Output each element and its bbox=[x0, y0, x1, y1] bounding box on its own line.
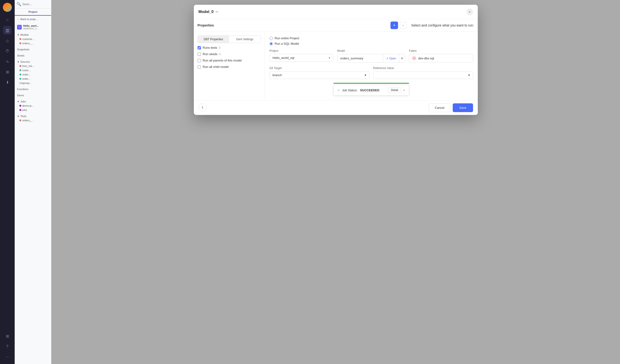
job-status-close-button[interactable]: × bbox=[403, 88, 405, 92]
radio-run-sql-model: Run a SQL Model bbox=[270, 42, 473, 46]
modal-top-row: Properties + ‹ Select and configure what… bbox=[194, 19, 478, 32]
radio-run-entire-project: Run entire Project bbox=[270, 36, 473, 40]
main-content: Model_0 ✏ × Properties + ‹ Select and co… bbox=[51, 0, 620, 364]
reference-value-dropdown[interactable]: ▾ bbox=[373, 71, 473, 79]
radio-sql-model-input[interactable] bbox=[270, 42, 273, 46]
modal-dialog: Model_0 ✏ × Properties + ‹ Select and co… bbox=[194, 5, 478, 115]
svg-marker-1 bbox=[413, 57, 415, 59]
modal-overlay: Model_0 ✏ × Properties + ‹ Select and co… bbox=[51, 0, 620, 364]
run-seeds-info-icon[interactable]: ℹ bbox=[219, 52, 220, 56]
sources-header[interactable]: ▼ Sources bbox=[15, 60, 51, 64]
save-button[interactable]: Save bbox=[453, 103, 473, 112]
source-dot-1 bbox=[19, 65, 21, 67]
tree-jobs: ▼ Jobs demo-jo... job1 bbox=[15, 98, 51, 113]
tree-models: ▼ Models custome... orders_... bbox=[15, 32, 51, 46]
tests-header[interactable]: ▼ Tests bbox=[15, 114, 51, 118]
model-field-group: Model ↗ Open ▾ bbox=[337, 49, 405, 63]
job-status-container: ✓ Job Status: SUCCEEDED Detail × bbox=[270, 83, 473, 96]
add-button[interactable]: + bbox=[390, 22, 398, 29]
project-dropdown[interactable]: Hello_world_sql ▾ bbox=[270, 54, 333, 62]
git-target-value: branch bbox=[273, 73, 282, 77]
seeds-header[interactable]: Seeds bbox=[15, 53, 51, 58]
git-target-field-group: Git Target branch ▾ bbox=[270, 66, 369, 79]
back-to-project-link[interactable]: ← Back to proje... bbox=[15, 16, 51, 22]
sidebar-icon-layers[interactable]: ◫ bbox=[3, 26, 12, 34]
git-target-label: Git Target bbox=[270, 66, 369, 70]
source-dot-4 bbox=[19, 78, 21, 80]
reference-value-label: Reference Value bbox=[373, 66, 473, 70]
runs-tests-checkbox[interactable] bbox=[198, 46, 201, 49]
search-input[interactable] bbox=[22, 3, 49, 6]
job-demo[interactable]: demo-jo... bbox=[15, 104, 51, 108]
modal-body: DBT Properties Gem Settings Runs tests ℹ… bbox=[194, 32, 478, 100]
job-status-value: SUCCEEDED bbox=[360, 89, 379, 92]
tab-gem-settings[interactable]: Gem Settings bbox=[229, 36, 261, 43]
checkbox-run-all-child: Run all child model bbox=[198, 65, 261, 69]
sidebar-icon-diamond[interactable]: ◇ bbox=[3, 36, 12, 45]
modal-close-button[interactable]: × bbox=[466, 9, 473, 15]
sidebar-icon-home[interactable]: ⌂ bbox=[3, 15, 12, 24]
run-all-parents-checkbox[interactable] bbox=[198, 59, 201, 62]
runs-tests-label: Runs tests bbox=[203, 46, 217, 49]
job-job1[interactable]: job1 bbox=[15, 108, 51, 112]
back-button[interactable]: ‹ bbox=[400, 22, 406, 29]
models-section-header[interactable]: ▼ Models bbox=[15, 33, 51, 37]
project-name: Hello_worl... bbox=[23, 24, 39, 27]
sidebar-icon-analytics[interactable]: ∿ bbox=[3, 57, 12, 66]
source-custom[interactable]: custo... bbox=[15, 68, 51, 72]
footer-info-button[interactable]: ℹ bbox=[199, 103, 207, 111]
fabric-icon bbox=[412, 56, 416, 60]
git-target-dropdown[interactable]: branch ▾ bbox=[270, 71, 369, 79]
ref-chevron-icon: ▾ bbox=[468, 73, 470, 77]
source-ungroup[interactable]: Ungroup... bbox=[15, 81, 51, 85]
radio-entire-project-input[interactable] bbox=[270, 37, 273, 40]
app-logo[interactable] bbox=[3, 3, 12, 12]
model-item-customer[interactable]: custome... bbox=[15, 37, 51, 41]
edit-title-icon[interactable]: ✏ bbox=[216, 10, 218, 14]
test-orders[interactable]: orders_... bbox=[15, 118, 51, 122]
project-field-group: Project Hello_world_sql ▾ bbox=[270, 49, 333, 63]
source-dot-3 bbox=[19, 74, 21, 76]
sidebar-icon-more[interactable]: ··· bbox=[3, 353, 12, 361]
job-detail-button[interactable]: Detail bbox=[388, 87, 401, 93]
functions-header[interactable]: Functions bbox=[15, 87, 51, 91]
gems-header[interactable]: Gems bbox=[15, 93, 51, 97]
project-header: ⬡ Hello_worl... databricks_s... bbox=[15, 22, 51, 32]
snapshots-header[interactable]: Snapshots bbox=[15, 47, 51, 52]
properties-label: Properties bbox=[198, 23, 214, 27]
project-info: Hello_worl... databricks_s... bbox=[23, 24, 39, 30]
run-seeds-checkbox[interactable] bbox=[198, 52, 201, 56]
cancel-button[interactable]: Cancel bbox=[429, 103, 450, 112]
sidebar-icon-clock[interactable]: ⏱ bbox=[3, 47, 12, 55]
tree-seeds: Seeds bbox=[15, 52, 51, 59]
model-item-orders[interactable]: orders_... bbox=[15, 41, 51, 46]
open-model-button[interactable]: ↗ Open bbox=[383, 54, 399, 62]
jobs-header[interactable]: ▼ Jobs bbox=[15, 99, 51, 104]
run-all-child-checkbox[interactable] bbox=[198, 65, 201, 69]
modal-header: Model_0 ✏ × bbox=[194, 5, 478, 19]
checkbox-run-all-parents: Run all parents of this model bbox=[198, 59, 261, 62]
model-chevron-icon[interactable]: ▾ bbox=[399, 54, 405, 62]
tab-dbt-properties[interactable]: DBT Properties bbox=[198, 36, 229, 43]
tree-snapshots: Snapshots bbox=[15, 46, 51, 52]
model-dot-red-2 bbox=[19, 42, 21, 44]
source-hive[interactable]: hive_me... bbox=[15, 64, 51, 68]
tree-sources: ▼ Sources hive_me... custo... order... o… bbox=[15, 59, 51, 86]
project-sub: databricks_s... bbox=[23, 27, 39, 30]
job-progress-bar bbox=[333, 83, 409, 84]
source-dot-2 bbox=[19, 69, 21, 71]
sidebar-icon-grid[interactable]: ⊞ bbox=[3, 68, 12, 76]
model-field-label: Model bbox=[337, 49, 405, 52]
fabric-field-label: Fabric bbox=[409, 49, 473, 52]
job-success-icon: ✓ bbox=[338, 88, 340, 92]
sidebar-icon-help[interactable]: ? bbox=[3, 342, 12, 351]
runs-tests-info-icon[interactable]: ℹ bbox=[219, 46, 220, 49]
tab-project[interactable]: Project bbox=[15, 9, 51, 15]
project-icon: ⬡ bbox=[17, 25, 22, 30]
sidebar-icon-table[interactable]: ⊞ bbox=[3, 332, 12, 340]
run-all-parents-label: Run all parents of this model bbox=[203, 59, 242, 62]
sidebar-icon-download[interactable]: ⬇ bbox=[3, 78, 12, 87]
source-order-2[interactable]: order... bbox=[15, 77, 51, 81]
model-input[interactable] bbox=[338, 54, 383, 62]
source-order-1[interactable]: order... bbox=[15, 72, 51, 77]
